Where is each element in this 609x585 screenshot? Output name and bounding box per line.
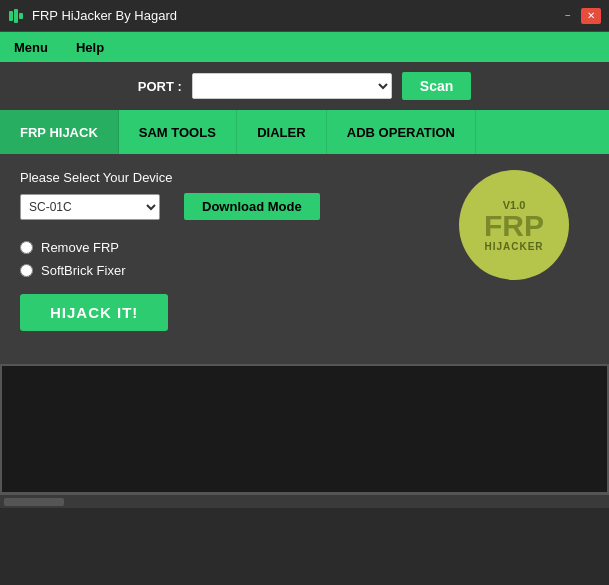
- app-icon: [8, 8, 24, 24]
- tab-dialer[interactable]: DIALER: [237, 110, 327, 154]
- remove-frp-label: Remove FRP: [41, 240, 119, 255]
- minimize-button[interactable]: −: [559, 9, 577, 23]
- scan-button[interactable]: Scan: [402, 72, 471, 100]
- menu-bar: Menu Help: [0, 32, 609, 62]
- title-bar: FRP HiJacker By Hagard − ✕: [0, 0, 609, 32]
- frp-logo: V1.0 FRP HIJACKER: [459, 170, 569, 280]
- frp-sub-text: HIJACKER: [484, 241, 543, 252]
- title-bar-controls: − ✕: [559, 8, 601, 24]
- download-mode-button[interactable]: Download Mode: [184, 193, 320, 220]
- bottom-scrollbar[interactable]: [0, 494, 609, 508]
- port-bar: PORT : Scan: [0, 62, 609, 110]
- remove-frp-radio[interactable]: [20, 241, 33, 254]
- menu-item-menu[interactable]: Menu: [8, 36, 54, 59]
- port-select[interactable]: [192, 73, 392, 99]
- device-select[interactable]: SC-01C: [20, 194, 160, 220]
- title-bar-left: FRP HiJacker By Hagard: [8, 8, 177, 24]
- window-title: FRP HiJacker By Hagard: [32, 8, 177, 23]
- console-area: [0, 364, 609, 494]
- main-content: V1.0 FRP HIJACKER Please Select Your Dev…: [0, 154, 609, 364]
- tab-adb-operation[interactable]: ADB OPERATION: [327, 110, 476, 154]
- scroll-track[interactable]: [4, 498, 64, 506]
- softbrick-fixer-radio[interactable]: [20, 264, 33, 277]
- softbrick-fixer-label: SoftBrick Fixer: [41, 263, 126, 278]
- svg-rect-2: [19, 13, 23, 19]
- port-label: PORT :: [138, 79, 182, 94]
- tab-sam-tools[interactable]: SAM TOOLS: [119, 110, 237, 154]
- svg-rect-0: [9, 11, 13, 21]
- close-button[interactable]: ✕: [581, 8, 601, 24]
- tab-frp-hijack[interactable]: FRP HIJACK: [0, 110, 119, 154]
- hijack-button[interactable]: HIJACK IT!: [20, 294, 168, 331]
- tabs-bar: FRP HIJACK SAM TOOLS DIALER ADB OPERATIO…: [0, 110, 609, 154]
- menu-item-help[interactable]: Help: [70, 36, 110, 59]
- frp-main-text: FRP: [484, 211, 544, 241]
- svg-rect-1: [14, 9, 18, 23]
